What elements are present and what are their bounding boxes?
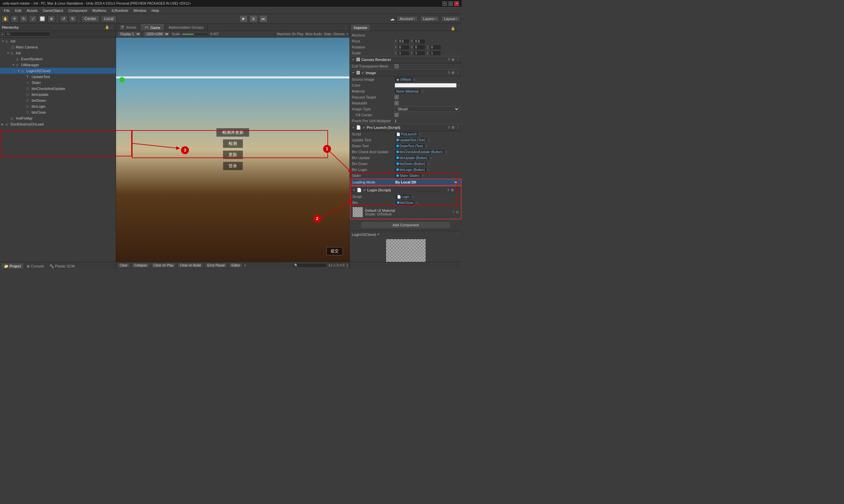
menu-help[interactable]: Help [149, 8, 162, 13]
hierarchy-item-main-camera[interactable]: 🎥 Main Camera [0, 44, 116, 50]
clear-btn[interactable]: Clear [117, 263, 130, 268]
pivot-center-btn[interactable]: Center [81, 15, 100, 22]
rot-x-field[interactable]: X 0 [395, 45, 410, 50]
tab-console[interactable]: 🖥 Console [23, 263, 47, 268]
clone-dropdown[interactable]: ▾ [378, 232, 379, 236]
pro-launch-enabled[interactable]: ✓ [362, 126, 365, 130]
settings-icon[interactable]: ⚙ [451, 71, 455, 75]
menu-file[interactable]: File [1, 8, 13, 13]
tab-project[interactable]: 📁 Project [1, 263, 23, 268]
color-picker[interactable] [395, 83, 457, 88]
pivot-x-value[interactable]: 0.5 [398, 39, 410, 44]
hierarchy-item-init-root[interactable]: ▼ ◇ Init [0, 38, 116, 44]
material-actions[interactable]: ? ⚙ [452, 210, 459, 214]
btn-check[interactable]: 检测 [223, 139, 243, 148]
btn-field-value[interactable]: btnClose [395, 200, 415, 205]
tab-plastic[interactable]: 🔧 Plastic SCM [47, 263, 77, 268]
tab-addressables[interactable]: Addressables Groups [165, 24, 208, 31]
inspector-menu-icon[interactable]: ⋮ [457, 26, 460, 31]
btn-down-picker[interactable]: ○ [428, 162, 430, 166]
scale-slider-container[interactable] [182, 34, 208, 35]
color-picker-arrow[interactable]: ○ [457, 83, 460, 87]
hierarchy-lock-icon[interactable]: 🔒 [105, 25, 109, 29]
scale-z-field[interactable]: Z 1 [427, 51, 441, 56]
rot-z-value[interactable]: 0 [429, 45, 441, 50]
undo-button[interactable]: ↺ [60, 15, 68, 22]
pro-launch-header[interactable]: ▼ 📄 ✓ Pro Launch (Script) ? ⚙ ⋮ [350, 124, 462, 131]
hierarchy-item-btnlogin[interactable]: □ btnLogin [0, 104, 116, 109]
account-button[interactable]: Account ▾ [397, 16, 418, 22]
play-button[interactable]: ▶ [240, 15, 247, 22]
redo-button[interactable]: ↻ [69, 15, 77, 22]
down-text-value[interactable]: DownText (Text) [395, 144, 425, 148]
hierarchy-item-hotfixmgr[interactable]: ◇ HotFixMgr [0, 115, 116, 121]
submit-button[interactable]: 提交 [326, 247, 343, 255]
hierarchy-item-dontdestroyonload[interactable]: ▶ ◇ DontDestroyOnLoad [0, 121, 116, 127]
gizmos-btn[interactable]: Gizmos [333, 32, 345, 36]
menu-icon[interactable]: ⋮ [456, 58, 460, 62]
rotate-tool[interactable]: ↻ [20, 15, 28, 22]
btn-check-update[interactable]: 检测并更新 [217, 128, 249, 137]
hand-tool[interactable]: ✋ [1, 15, 9, 22]
hierarchy-item-updatetext[interactable]: T UpdateText [0, 74, 116, 80]
settings-icon[interactable]: ⚙ [451, 126, 455, 130]
btn-login-value[interactable]: btnLogin (Button) [395, 167, 427, 172]
hierarchy-item-btncheckandupdate[interactable]: □ btnCheckAndUpdate [0, 86, 116, 92]
inspector-lock-icon[interactable]: 🔒 [451, 26, 455, 31]
material-settings-icon[interactable]: ⚙ [455, 210, 459, 214]
error-pause-btn[interactable]: Error Pause [205, 263, 227, 268]
material-help-icon[interactable]: ? [452, 210, 454, 214]
source-image-value[interactable]: ◉ UIMask [395, 77, 413, 82]
btn-field-picker[interactable]: ○ [415, 201, 418, 204]
btn-down-value[interactable]: btnDown (Button) [395, 161, 427, 166]
hierarchy-item-loginui-clone[interactable]: ▼ ◇ LoginUI(Clone) [0, 68, 116, 74]
image-type-select[interactable]: Sliced [395, 106, 460, 112]
display-select[interactable]: Display 1 [117, 31, 141, 37]
transform-tool[interactable]: ⊕ [48, 15, 55, 22]
menu-mymenu[interactable]: MyMenu [90, 8, 109, 13]
login-enabled[interactable]: ✓ [363, 188, 366, 192]
canvas-renderer-actions[interactable]: ? ⚙ ⋮ [448, 58, 460, 62]
scale-x-field[interactable]: X 1 [395, 51, 410, 56]
login-script-header[interactable]: ▼ 📄 ✓ Login (Script) ? ⚙ ⋮ [350, 186, 461, 194]
pro-script-value[interactable]: 📄 ProLaunch [395, 132, 418, 137]
slider-picker[interactable]: ○ [422, 174, 424, 178]
script-picker[interactable]: ○ [419, 132, 421, 136]
pivot-y-field[interactable]: Y 0.5 [411, 39, 426, 44]
hierarchy-item-eventsystem[interactable]: ◇ EventSystem [0, 56, 116, 62]
minimize-button[interactable]: ─ [443, 1, 447, 6]
image-actions[interactable]: ? ⚙ ⋮ [448, 71, 460, 75]
preview-menu[interactable]: ⋮ [456, 232, 460, 236]
update-text-value[interactable]: UpdateText (Text) [395, 138, 427, 143]
editor-btn[interactable]: Editor [229, 263, 242, 268]
resolution-select[interactable]: 1920×1080 [143, 31, 170, 37]
pivot-local-btn[interactable]: Local [101, 15, 117, 22]
collapse-btn[interactable]: Collapse [132, 263, 149, 268]
hierarchy-search-input[interactable] [5, 32, 51, 37]
scale-tool[interactable]: ⤢ [29, 15, 37, 22]
login-script-field-value[interactable]: 📄 Login [395, 194, 411, 199]
cull-mesh-checkbox[interactable] [395, 64, 399, 68]
pivot-y-value[interactable]: 0.5 [413, 39, 425, 44]
rot-x-value[interactable]: 0 [398, 45, 410, 50]
hierarchy-item-btnupdate[interactable]: □ btnUpdate [0, 92, 116, 97]
down-picker[interactable]: ○ [426, 144, 428, 148]
btn-update-value[interactable]: btnUpdate (Button) [395, 156, 429, 160]
scale-x-value[interactable]: 1 [398, 51, 410, 56]
settings-icon[interactable]: ⚙ [451, 188, 454, 192]
pro-launch-actions[interactable]: ? ⚙ ⋮ [448, 126, 460, 130]
help-icon[interactable]: ? [448, 71, 450, 75]
btn-update[interactable]: 更新 [223, 150, 243, 159]
layers-button[interactable]: Layers ▾ [420, 16, 439, 22]
dropdown-arrow-console[interactable]: ▾ [244, 264, 246, 267]
login-script-picker[interactable]: ○ [412, 195, 414, 199]
help-icon[interactable]: ? [447, 188, 449, 192]
menu-assets[interactable]: Assets [24, 8, 40, 13]
console-search-input[interactable] [299, 264, 325, 267]
material-value[interactable]: None (Material) [395, 89, 421, 94]
menu-component[interactable]: Component [66, 8, 90, 13]
material-picker[interactable]: ○ [421, 89, 424, 93]
menu-ilruntime[interactable]: ILRuntime [109, 8, 131, 13]
source-image-picker[interactable]: ○ [413, 77, 416, 82]
hierarchy-item-uimanager[interactable]: ▼ ◇ UIManager [0, 62, 116, 68]
